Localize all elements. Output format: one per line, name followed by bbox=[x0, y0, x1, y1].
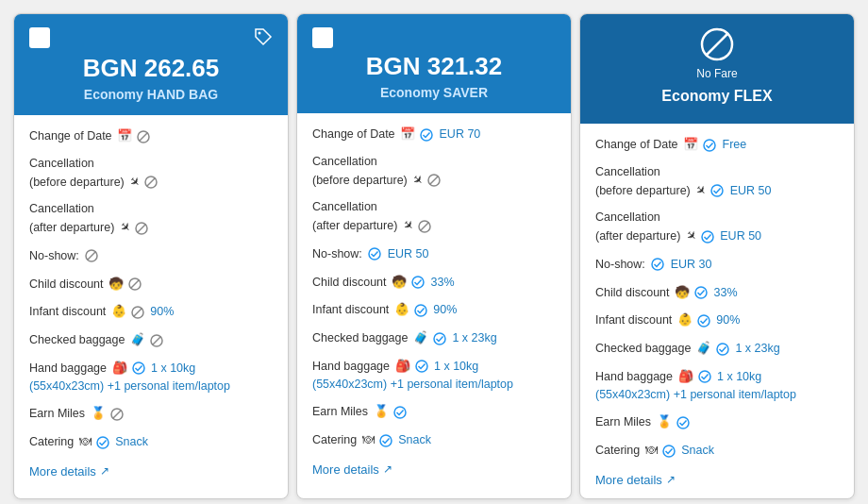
miles-icon: 🏅 bbox=[657, 414, 672, 428]
fare-row: Checked baggage 🧳 1 x 23kg bbox=[312, 328, 556, 347]
fare-row: Child discount 🧒 33% bbox=[595, 283, 839, 302]
svg-line-17 bbox=[112, 410, 121, 418]
card-checkbox[interactable] bbox=[312, 27, 333, 48]
card-header-hand-bag: BGN 262.65Economy HAND BAG bbox=[14, 14, 288, 115]
fare-row: Earn Miles 🏅 bbox=[312, 402, 556, 421]
check-icon bbox=[702, 137, 717, 151]
svg-point-35 bbox=[702, 231, 713, 243]
calendar-icon: 📅 bbox=[117, 128, 132, 143]
check-icon bbox=[392, 404, 408, 418]
row-label: Cancellation(before departure) bbox=[595, 165, 691, 197]
prohibited-icon bbox=[130, 304, 145, 318]
row-label: Cancellation(before departure) bbox=[29, 157, 125, 189]
hand-bag-icon: 🎒 bbox=[395, 359, 410, 373]
fare-row: Checked baggage 🧳 1 x 23kg bbox=[595, 339, 839, 358]
fare-row: No-show: bbox=[29, 246, 273, 265]
fare-row: No-show: EUR 50 bbox=[312, 244, 556, 263]
svg-point-28 bbox=[416, 361, 427, 372]
more-details-label: More details bbox=[29, 464, 96, 479]
fare-row: Infant discount 👶 90% bbox=[29, 302, 273, 321]
svg-point-36 bbox=[652, 259, 663, 270]
row-label: Earn Miles bbox=[312, 405, 368, 418]
fare-name: Economy HAND BAG bbox=[29, 87, 273, 102]
baggage-icon: 🧳 bbox=[130, 332, 145, 346]
infant-icon: 👶 bbox=[111, 304, 126, 318]
svg-point-34 bbox=[711, 185, 723, 196]
check-icon bbox=[378, 432, 393, 446]
fare-cards-container: BGN 262.65Economy HAND BAGChange of Date… bbox=[9, 9, 859, 503]
prohibited-icon bbox=[136, 128, 151, 143]
catering-icon: 🍽 bbox=[645, 443, 658, 457]
more-details-link[interactable]: More details ↗ bbox=[595, 473, 676, 487]
prohibited-icon bbox=[149, 332, 164, 346]
row-label: No-show: bbox=[29, 249, 79, 262]
svg-point-40 bbox=[699, 371, 710, 382]
check-icon bbox=[676, 414, 691, 428]
prohibited-icon bbox=[109, 406, 125, 420]
card-body-flex: Change of Date 📅 FreeCancellation(before… bbox=[580, 124, 854, 498]
fare-row: Catering 🍽 Snack bbox=[595, 441, 839, 460]
row-value: 90% bbox=[147, 305, 175, 318]
fare-row: Hand baggage 🎒 1 x 10kg (55x40x23cm) +1 … bbox=[29, 359, 273, 395]
fare-row: Cancellation(before departure) ✈ bbox=[29, 155, 273, 192]
cancel-flight-icon: ✈ bbox=[412, 173, 423, 187]
svg-point-38 bbox=[698, 315, 709, 327]
fare-row: Earn Miles 🏅 bbox=[595, 412, 839, 431]
external-link-icon: ↗ bbox=[383, 462, 392, 476]
tag-icon bbox=[254, 27, 273, 50]
prohibited-icon bbox=[417, 218, 432, 232]
svg-point-24 bbox=[369, 248, 380, 260]
row-label: Cancellation(after departure) bbox=[595, 210, 680, 243]
fare-row: Cancellation(before departure) ✈ EUR 50 bbox=[595, 163, 839, 200]
check-icon bbox=[419, 126, 434, 141]
svg-line-8 bbox=[88, 252, 96, 260]
external-link-icon: ↗ bbox=[100, 464, 109, 478]
row-label: Change of Date bbox=[595, 138, 678, 151]
row-value: EUR 50 bbox=[717, 229, 761, 243]
row-value: EUR 30 bbox=[667, 258, 711, 271]
svg-point-30 bbox=[380, 435, 392, 446]
fare-row: Earn Miles 🏅 bbox=[29, 404, 273, 423]
fare-row: Hand baggage 🎒 1 x 10kg (55x40x23cm) +1 … bbox=[312, 357, 556, 394]
card-checkbox[interactable] bbox=[29, 27, 50, 48]
svg-line-23 bbox=[420, 222, 428, 230]
row-value: EUR 50 bbox=[384, 247, 428, 260]
svg-line-32 bbox=[706, 33, 728, 56]
infant-icon: 👶 bbox=[394, 302, 409, 316]
check-icon bbox=[715, 341, 730, 355]
more-details-link[interactable]: More details ↗ bbox=[312, 462, 392, 477]
calendar-icon: 📅 bbox=[683, 137, 698, 151]
fare-card-saver: BGN 321.32Economy SAVERChange of Date 📅 … bbox=[296, 13, 572, 499]
child-icon: 🧒 bbox=[675, 285, 690, 299]
fare-row: No-show: EUR 30 bbox=[595, 255, 839, 274]
prohibited-icon bbox=[127, 277, 142, 291]
prohibited-icon bbox=[84, 248, 99, 262]
more-details-link[interactable]: More details ↗ bbox=[29, 464, 109, 479]
row-label: Checked baggage bbox=[595, 342, 691, 355]
check-icon bbox=[410, 275, 426, 289]
fare-price: BGN 262.65 bbox=[29, 54, 273, 83]
hand-bag-icon: 🎒 bbox=[678, 369, 693, 383]
row-label: Change of Date bbox=[312, 127, 395, 141]
no-fare-icon bbox=[700, 27, 734, 61]
row-value: 33% bbox=[427, 276, 455, 289]
check-icon bbox=[131, 361, 146, 375]
cancel-flight-icon: ✈ bbox=[695, 183, 706, 197]
check-icon bbox=[661, 443, 676, 457]
fare-row: Change of Date 📅 Free bbox=[595, 135, 839, 154]
fare-row: Cancellation(after departure) ✈ bbox=[312, 198, 556, 235]
row-label: Catering bbox=[312, 433, 357, 446]
row-value: 1 x 23kg bbox=[449, 331, 497, 344]
check-icon bbox=[696, 312, 711, 327]
external-link-icon: ↗ bbox=[666, 473, 676, 486]
baggage-icon: 🧳 bbox=[696, 341, 711, 355]
row-label: Catering bbox=[29, 435, 74, 448]
svg-line-14 bbox=[152, 336, 160, 344]
row-label: Earn Miles bbox=[595, 415, 651, 428]
fare-card-hand-bag: BGN 262.65Economy HAND BAGChange of Date… bbox=[13, 13, 289, 499]
fare-name: Economy SAVER bbox=[312, 85, 556, 100]
row-value: 1 x 23kg bbox=[732, 342, 780, 355]
fare-row: Cancellation(before departure) ✈ bbox=[312, 153, 556, 190]
fare-row: Change of Date 📅 EUR 70 bbox=[312, 125, 556, 143]
check-icon bbox=[414, 359, 429, 373]
